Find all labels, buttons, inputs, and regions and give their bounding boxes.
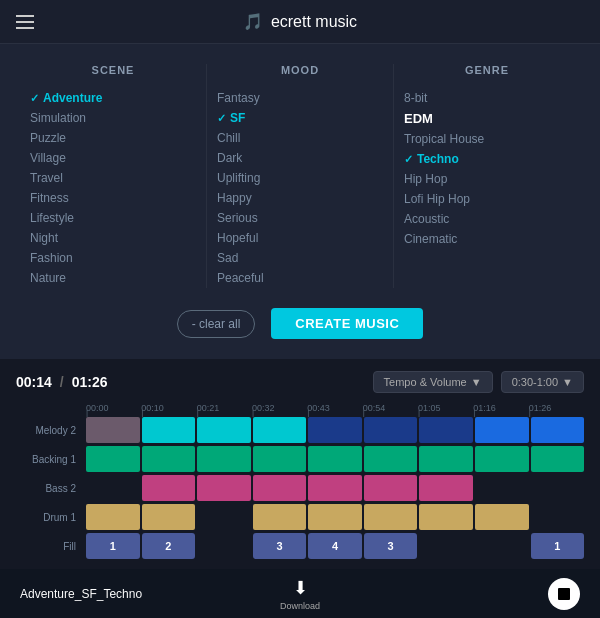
footer: Adventure_SF_Techno ⬇ Download [0,569,600,618]
scene-item-night[interactable]: Night [30,228,196,248]
tempo-volume-button[interactable]: Tempo & Volume ▼ [373,371,493,393]
ruler-mark-2: 00:21 [197,403,252,413]
scene-item-nature[interactable]: Nature [30,268,196,288]
track-block[interactable] [364,504,418,530]
track-block[interactable] [475,533,529,559]
track-block[interactable] [253,446,307,472]
scene-item-village[interactable]: Village [30,148,196,168]
track-block[interactable] [142,417,196,443]
genre-item-acoustic[interactable]: Acoustic [404,209,570,229]
track-block[interactable] [419,533,473,559]
track-block[interactable] [308,504,362,530]
genre-item-cinematic[interactable]: Cinematic [404,229,570,249]
scene-item-adventure[interactable]: ✓ Adventure [30,88,196,108]
track-block[interactable] [308,446,362,472]
time-separator: / [60,374,64,390]
track-block[interactable] [419,504,473,530]
track-block[interactable] [142,504,196,530]
track-block[interactable] [419,475,473,501]
scene-item-lifestyle[interactable]: Lifestyle [30,208,196,228]
track-blocks [86,504,584,530]
track-block[interactable] [364,475,418,501]
mood-item-serious[interactable]: Serious [217,208,383,228]
track-block[interactable] [475,446,529,472]
scene-item-simulation[interactable]: Simulation [30,108,196,128]
track-block[interactable] [531,504,585,530]
track-block[interactable] [475,417,529,443]
track-block[interactable] [364,446,418,472]
track-block[interactable] [142,475,196,501]
scene-item-fitness[interactable]: Fitness [30,188,196,208]
timeline-section: 00:14 / 01:26 Tempo & Volume ▼ 0:30-1:00… [0,359,600,569]
mood-column: MOOD Fantasy ✓ SF Chill Dark Uplifting H… [207,64,394,288]
track-block[interactable] [475,504,529,530]
genre-item-hiphop[interactable]: Hip Hop [404,169,570,189]
track-block[interactable] [308,475,362,501]
hamburger-menu[interactable] [16,15,34,29]
track-block[interactable]: 4 [308,533,362,559]
mood-item-happy[interactable]: Happy [217,188,383,208]
genre-item-techno[interactable]: ✓ Techno [404,149,570,169]
stop-button[interactable] [548,578,580,610]
mood-item-dark[interactable]: Dark [217,148,383,168]
track-block[interactable] [197,504,251,530]
track-block[interactable] [86,446,140,472]
scene-item-fashion[interactable]: Fashion [30,248,196,268]
track-block[interactable] [419,446,473,472]
mood-item-hopeful[interactable]: Hopeful [217,228,383,248]
mood-item-sad[interactable]: Sad [217,248,383,268]
track-block[interactable] [531,475,585,501]
track-block[interactable] [531,446,585,472]
track-filename: Adventure_SF_Techno [20,587,142,601]
clear-all-button[interactable]: - clear all [177,310,256,338]
track-block[interactable] [197,446,251,472]
track-block[interactable]: 1 [86,533,140,559]
genre-item-8bit[interactable]: 8-bit [404,88,570,108]
timeline-ruler: 00:00 00:10 00:21 00:32 00:43 00:54 01:0… [86,403,584,413]
track-block[interactable] [253,475,307,501]
track-block[interactable] [475,475,529,501]
mood-item-peaceful[interactable]: Peaceful [217,268,383,288]
genre-item-edm[interactable]: EDM [404,108,570,129]
track-label: Melody 2 [16,425,86,436]
scene-item-travel[interactable]: Travel [30,168,196,188]
genre-item-lofi[interactable]: Lofi Hip Hop [404,189,570,209]
download-button[interactable]: ⬇ Download [280,577,320,611]
track-block[interactable] [197,417,251,443]
tracks-area: Melody 2Backing 1Bass 2Drum 1Fill123431 [16,417,584,569]
track-blocks: 123431 [86,533,584,559]
mood-item-chill[interactable]: Chill [217,128,383,148]
track-block[interactable] [364,417,418,443]
mood-item-uplifting[interactable]: Uplifting [217,168,383,188]
track-block[interactable] [253,504,307,530]
track-blocks [86,475,584,501]
track-block[interactable] [86,504,140,530]
track-block[interactable] [253,417,307,443]
track-block[interactable] [531,417,585,443]
track-block[interactable] [197,475,251,501]
ruler-mark-8: 01:26 [529,403,584,413]
track-block[interactable] [197,533,251,559]
track-block[interactable] [419,417,473,443]
mood-title: MOOD [217,64,383,76]
track-block[interactable]: 3 [364,533,418,559]
scene-item-puzzle[interactable]: Puzzle [30,128,196,148]
track-block[interactable] [86,475,140,501]
track-block[interactable] [308,417,362,443]
track-block[interactable]: 2 [142,533,196,559]
track-block[interactable]: 1 [531,533,585,559]
ruler-mark-5: 00:54 [363,403,418,413]
check-icon: ✓ [30,92,39,105]
create-music-button[interactable]: CREATE MUSIC [271,308,423,339]
mood-item-sf[interactable]: ✓ SF [217,108,383,128]
main-content: SCENE ✓ Adventure Simulation Puzzle Vill… [0,44,600,359]
track-block[interactable] [142,446,196,472]
total-time: 01:26 [72,374,108,390]
track-block[interactable] [86,417,140,443]
mood-item-fantasy[interactable]: Fantasy [217,88,383,108]
track-blocks [86,417,584,443]
genre-item-tropical[interactable]: Tropical House [404,129,570,149]
range-button[interactable]: 0:30-1:00 ▼ [501,371,584,393]
scene-column: SCENE ✓ Adventure Simulation Puzzle Vill… [20,64,207,288]
track-block[interactable]: 3 [253,533,307,559]
